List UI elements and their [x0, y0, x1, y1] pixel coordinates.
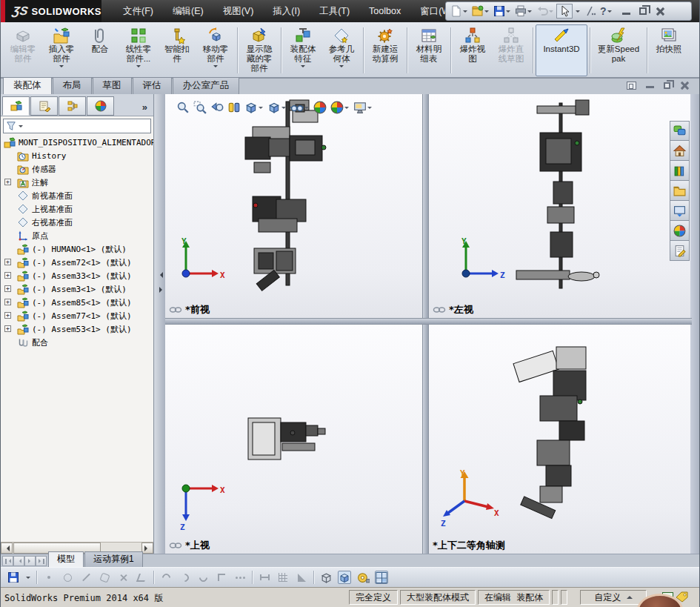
status-custom-button[interactable]: 自定义	[580, 590, 647, 605]
viewport-left[interactable]: Y Z *左视	[429, 94, 692, 318]
cm-smart-fasteners[interactable]: 智能扣件	[158, 24, 196, 76]
zoom-to-area-icon[interactable]	[193, 100, 207, 115]
edit-appearance-icon[interactable]	[313, 100, 327, 115]
tree-item-component[interactable]: (-) Assem85<1> (默认)	[1, 296, 153, 309]
close-icon[interactable]	[656, 7, 664, 16]
chevron-down-icon[interactable]	[301, 65, 305, 70]
tree-item-component[interactable]: (-) Assem72<1> (默认)	[1, 256, 153, 269]
open-file-button[interactable]	[470, 4, 491, 18]
previous-view-icon[interactable]	[210, 100, 224, 115]
chevron-down-icon[interactable]	[136, 65, 141, 70]
four-view-layout-button[interactable]	[375, 571, 388, 584]
apply-scene-icon[interactable]	[330, 100, 350, 115]
panel-splitter[interactable]	[155, 94, 165, 554]
wireframe-display-button[interactable]	[319, 571, 333, 584]
tree-item-component[interactable]: (-) Assem53<1> (默认)	[1, 322, 153, 336]
cm-insert-components[interactable]: 插入零部件	[42, 24, 81, 76]
tree-item-origin[interactable]: 原点	[1, 229, 153, 242]
pane-display-icon[interactable]	[627, 82, 636, 90]
restore-icon[interactable]	[639, 7, 647, 15]
viewport-top[interactable]: X Z *上视	[165, 325, 422, 554]
filter-dropdown-icon[interactable]	[19, 125, 23, 130]
first-tab-icon[interactable]	[2, 556, 13, 566]
tab-featuremanager[interactable]	[2, 96, 30, 116]
splitter-arrow-right[interactable]	[159, 287, 165, 293]
forum-tab[interactable]	[670, 121, 690, 141]
menu-insert[interactable]: 插入(I)	[263, 0, 310, 23]
splitter-arrow-left[interactable]	[157, 272, 163, 278]
chevron-down-icon[interactable]	[339, 65, 344, 70]
tree-item-front-plane[interactable]: 前视基准面	[1, 189, 153, 202]
new-file-button[interactable]	[449, 4, 470, 18]
help-button[interactable]: ?	[599, 4, 614, 18]
cm-bill-of-materials[interactable]: 材料明细表	[410, 24, 448, 76]
filter-funnel-icon[interactable]	[6, 121, 16, 131]
next-tab-icon[interactable]	[24, 556, 36, 566]
scroll-right-icon[interactable]	[141, 543, 153, 554]
panel-tabs-overflow[interactable]: »	[142, 102, 152, 116]
shaded-display-button[interactable]	[338, 571, 351, 584]
tree-item-component[interactable]: (-) Assem3<1> (默认)	[1, 282, 153, 296]
cm-mate[interactable]: 配合	[81, 24, 119, 76]
tree-item-history[interactable]: History	[1, 149, 153, 162]
scroll-left-icon[interactable]	[1, 543, 13, 554]
doc-close-icon[interactable]	[680, 81, 689, 90]
view-settings-icon[interactable]	[353, 100, 373, 115]
tab-sketch[interactable]: 草图	[93, 77, 132, 94]
cm-linear-pattern[interactable]: 线性零部件...	[119, 24, 158, 76]
tab-model[interactable]: 模型	[48, 551, 84, 567]
design-library-tab[interactable]	[670, 161, 690, 181]
cm-instant3d[interactable]: Instant3D	[536, 24, 587, 76]
tab-evaluate[interactable]: 评估	[133, 77, 172, 94]
tree-root[interactable]: MONT_DISPOSITIVO_ALIMENTADOR	[1, 136, 153, 149]
file-explorer-tab[interactable]	[670, 181, 690, 201]
view-palette-tab[interactable]	[670, 201, 690, 221]
menu-file[interactable]: 文件(F)	[113, 0, 163, 23]
prev-tab-icon[interactable]	[13, 556, 24, 566]
tree-item-right-plane[interactable]: 右视基准面	[1, 216, 153, 229]
cm-new-motion-study[interactable]: 新建运动算例	[366, 24, 404, 76]
menu-tools[interactable]: 工具(T)	[310, 0, 359, 23]
cm-show-hidden-components[interactable]: 显示隐藏的零部件	[240, 24, 279, 76]
viewport-front[interactable]: Y X *前视	[165, 94, 422, 318]
status-large-assembly-mode[interactable]: 大型装配体模式	[400, 590, 476, 605]
tree-item-component[interactable]: (-) Assem77<1> (默认)	[1, 309, 153, 322]
tab-motion-study-1[interactable]: 运动算例1	[84, 551, 143, 567]
tab-displaymanager[interactable]	[87, 96, 114, 116]
filter-input[interactable]	[25, 120, 150, 132]
tree-item-top-plane[interactable]: 上视基准面	[1, 202, 153, 216]
view-orientation-icon[interactable]	[244, 100, 264, 115]
save-button[interactable]	[7, 571, 20, 584]
tab-configurationmanager[interactable]	[59, 96, 86, 116]
expand-icon[interactable]	[4, 299, 11, 305]
cm-move-component[interactable]: 移动零部件	[196, 24, 235, 76]
menu-toolbox[interactable]: Toolbox	[359, 1, 410, 21]
tree-item-sensors[interactable]: 传感器	[1, 162, 153, 176]
print-button[interactable]	[513, 4, 534, 18]
display-style-icon[interactable]	[267, 100, 287, 115]
expand-icon[interactable]	[4, 272, 11, 279]
selection-filter-icon[interactable]	[583, 4, 598, 18]
expand-icon[interactable]	[4, 325, 11, 332]
tab-layout[interactable]: 布局	[53, 77, 92, 94]
tree-item-component[interactable]: (-) Assem33<1> (默认)	[1, 269, 153, 282]
cm-update-speedpak[interactable]: 更新Speedpak	[593, 24, 644, 76]
cm-take-snapshot[interactable]: 拍快照	[650, 24, 688, 76]
menu-edit[interactable]: 编辑(E)	[163, 0, 213, 23]
tab-office-products[interactable]: 办公室产品	[173, 77, 240, 94]
doc-restore-icon[interactable]	[664, 82, 670, 89]
measure-tool-button[interactable]	[356, 571, 370, 584]
hide-show-items-icon[interactable]	[290, 100, 310, 115]
last-tab-icon[interactable]	[36, 556, 47, 566]
menu-view[interactable]: 视图(V)	[213, 0, 264, 23]
resources-tab[interactable]	[670, 141, 690, 161]
select-dropdown[interactable]	[573, 7, 582, 16]
cm-assembly-features[interactable]: 装配体特征	[284, 24, 322, 76]
save-dropdown-icon[interactable]	[26, 577, 30, 581]
select-tool-button[interactable]	[556, 4, 573, 19]
minimize-icon[interactable]	[622, 8, 630, 15]
chevron-down-icon[interactable]	[59, 65, 64, 70]
tree-item-annotations[interactable]: 注解	[1, 176, 153, 189]
cm-exploded-view[interactable]: 爆炸视图	[453, 24, 492, 76]
horizontal-viewport-splitter[interactable]	[165, 318, 692, 325]
